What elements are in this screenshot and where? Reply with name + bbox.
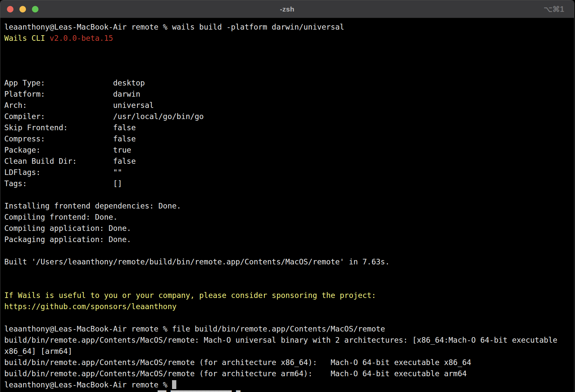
- terminal-text: build/bin/remote.app/Contents/MacOS/remo…: [4, 369, 467, 378]
- terminal-line: leaanthony@Leas-MacBook-Air remote % wai…: [4, 21, 574, 33]
- terminal-text: Tags: []: [4, 179, 122, 188]
- terminal-line: Arch: universal: [4, 100, 574, 111]
- terminal-text: leaanthony@Leas-MacBook-Air remote %: [4, 380, 172, 389]
- terminal-text: leaanthony@Leas-MacBook-Air remote % fil…: [4, 325, 385, 333]
- terminal-window: -zsh ⌥⌘1 leaanthony@Leas-MacBook-Air rem…: [0, 0, 574, 392]
- terminal-line: build/bin/remote.app/Contents/MacOS/remo…: [4, 334, 574, 346]
- terminal-line: Package: true: [4, 144, 574, 156]
- terminal-line: Platform: darwin: [4, 88, 574, 100]
- terminal-line: Built '/Users/leaanthony/remote/build/bi…: [4, 256, 574, 267]
- terminal-text: If Wails is useful to you or your compan…: [4, 291, 376, 300]
- terminal-line: Skip Frontend: false: [4, 122, 574, 133]
- terminal-text: Compress: false: [4, 135, 136, 143]
- terminal-line: Tags: []: [4, 178, 574, 189]
- terminal-text: https://github.com/sponsors/leaanthony: [4, 302, 177, 311]
- terminal-text: x86_64] [arm64]: [4, 347, 72, 355]
- terminal-cursor: [172, 380, 176, 389]
- terminal-line: Packaging application: Done.: [4, 234, 574, 245]
- terminal-line: leaanthony@Leas-MacBook-Air remote % fil…: [4, 323, 574, 334]
- window-title: -zsh: [0, 0, 574, 18]
- terminal-text: leaanthony@Leas-MacBook-Air remote % wai…: [4, 23, 344, 31]
- terminal-line: x86_64] [arm64]: [4, 346, 574, 357]
- terminal-text: Compiler: /usr/local/go/bin/go: [4, 112, 204, 121]
- terminal-screen[interactable]: leaanthony@Leas-MacBook-Air remote % wai…: [0, 18, 574, 392]
- terminal-line: LDFlags: "": [4, 167, 574, 178]
- window-titlebar[interactable]: -zsh ⌥⌘1: [0, 0, 574, 18]
- terminal-line: Installing frontend dependencies: Done.: [4, 200, 574, 211]
- terminal-line: [4, 189, 574, 200]
- terminal-text: Installing frontend dependencies: Done.: [4, 202, 181, 210]
- terminal-text: Arch: universal: [4, 101, 154, 110]
- terminal-line: Compiling frontend: Done.: [4, 211, 574, 223]
- terminal-line: Compiler: /usr/local/go/bin/go: [4, 111, 574, 122]
- terminal-text: build/bin/remote.app/Contents/MacOS/remo…: [4, 358, 471, 367]
- terminal-line: Clean Build Dir: false: [4, 156, 574, 167]
- terminal-text: Platform: darwin: [4, 90, 140, 98]
- terminal-line: [4, 66, 574, 77]
- terminal-text: build/bin/remote.app/Contents/MacOS/remo…: [4, 336, 557, 344]
- terminal-text: App Type: desktop: [4, 79, 145, 87]
- clipped-text-strip: ██ ██████████████ █: [158, 390, 253, 392]
- terminal-text: Compiling frontend: Done.: [4, 213, 118, 221]
- terminal-text: Clean Build Dir: false: [4, 157, 136, 165]
- terminal-line: [4, 312, 574, 323]
- terminal-line: Wails CLI v2.0.0-beta.15: [4, 33, 574, 44]
- terminal-text: Package: true: [4, 146, 131, 154]
- terminal-line: If Wails is useful to you or your compan…: [4, 290, 574, 301]
- terminal-text: Wails CLI: [4, 34, 50, 42]
- terminal-line: leaanthony@Leas-MacBook-Air remote %: [4, 379, 574, 390]
- terminal-text: Skip Frontend: false: [4, 123, 136, 132]
- terminal-line: App Type: desktop: [4, 77, 574, 88]
- terminal-text: v2.0.0-beta.15: [50, 34, 113, 42]
- terminal-line: [4, 267, 574, 279]
- terminal-text: Packaging application: Done.: [4, 235, 131, 244]
- terminal-text: Compiling application: Done.: [4, 224, 131, 233]
- terminal-line: [4, 245, 574, 256]
- terminal-text: LDFlags: "": [4, 168, 122, 177]
- terminal-text: Built '/Users/leaanthony/remote/build/bi…: [4, 257, 389, 266]
- terminal-line: [4, 44, 574, 55]
- terminal-line: build/bin/remote.app/Contents/MacOS/remo…: [4, 368, 574, 379]
- terminal-line: https://github.com/sponsors/leaanthony: [4, 301, 574, 312]
- clipped-text: ██ ██████████████ █: [158, 390, 253, 392]
- terminal-line: Compress: false: [4, 133, 574, 144]
- terminal-line: [4, 55, 574, 66]
- terminal-line: build/bin/remote.app/Contents/MacOS/remo…: [4, 357, 574, 368]
- tab-shortcut-badge: ⌥⌘1: [544, 0, 564, 18]
- terminal-line: [4, 279, 574, 290]
- terminal-line: Compiling application: Done.: [4, 223, 574, 234]
